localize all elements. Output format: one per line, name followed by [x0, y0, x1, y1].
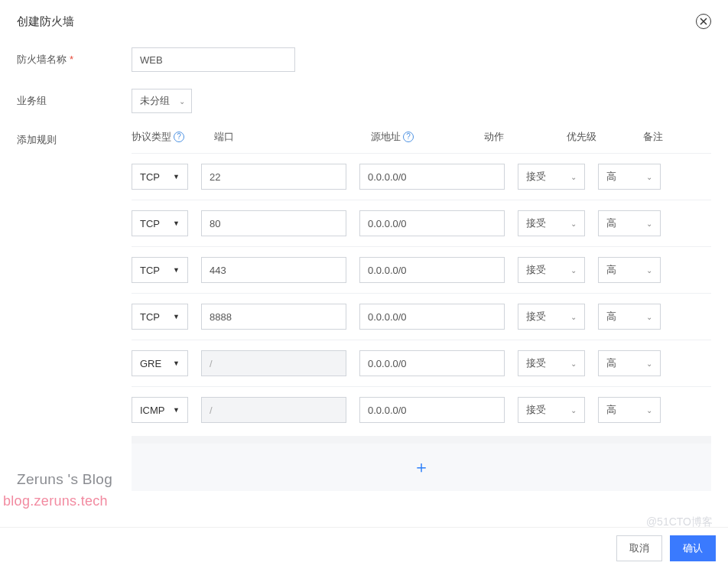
header-remark: 备注: [643, 130, 697, 144]
horizontal-scrollbar[interactable]: [132, 436, 711, 444]
source-input[interactable]: [359, 350, 505, 376]
action-select[interactable]: 接受⌄: [518, 164, 585, 190]
priority-select[interactable]: 高⌄: [598, 350, 661, 376]
priority-select[interactable]: 高⌄: [598, 257, 661, 283]
chevron-down-icon: ⌄: [570, 266, 577, 275]
protocol-select[interactable]: TCP▼: [132, 210, 188, 236]
header-source: 源地址 ?: [371, 130, 484, 144]
table-row: TCP▼接受⌄高⌄: [132, 293, 711, 340]
header-protocol: 协议类型 ?: [132, 130, 214, 144]
business-group-select[interactable]: 未分组 ⌄: [132, 89, 192, 113]
source-input[interactable]: [359, 164, 505, 190]
action-select[interactable]: 接受⌄: [518, 304, 585, 330]
header-priority: 优先级: [567, 130, 643, 144]
caret-down-icon: ▼: [173, 359, 180, 367]
source-input[interactable]: [359, 257, 505, 283]
add-rule-button[interactable]: ＋: [132, 444, 711, 491]
chevron-down-icon: ⌄: [646, 173, 652, 181]
table-row: ICMP▼接受⌄高⌄: [132, 386, 711, 433]
firewall-name-input[interactable]: [132, 47, 295, 72]
chevron-down-icon: ⌄: [570, 313, 577, 321]
confirm-button[interactable]: 确认: [670, 535, 716, 561]
protocol-select[interactable]: TCP▼: [132, 164, 188, 190]
cancel-button[interactable]: 取消: [616, 535, 662, 561]
priority-select[interactable]: 高⌄: [598, 304, 661, 330]
port-input[interactable]: [201, 257, 346, 283]
caret-down-icon: ▼: [173, 219, 180, 227]
help-icon[interactable]: ?: [403, 132, 414, 142]
caret-down-icon: ▼: [173, 266, 180, 274]
chevron-down-icon: ⌄: [570, 219, 577, 228]
protocol-select[interactable]: GRE▼: [132, 350, 188, 376]
modal-title: 创建防火墙: [17, 15, 74, 29]
port-input: [201, 350, 346, 376]
chevron-down-icon: ⌄: [646, 219, 652, 228]
watermark-text: blog.zeruns.tech: [3, 493, 108, 509]
protocol-select[interactable]: TCP▼: [132, 304, 188, 330]
chevron-down-icon: ⌄: [570, 359, 577, 368]
priority-select[interactable]: 高⌄: [598, 164, 661, 190]
source-input[interactable]: [359, 304, 505, 330]
priority-select[interactable]: 高⌄: [598, 397, 661, 423]
source-input[interactable]: [359, 210, 505, 236]
chevron-down-icon: ⌄: [646, 359, 652, 368]
port-input[interactable]: [201, 164, 346, 190]
help-icon[interactable]: ?: [174, 132, 184, 142]
chevron-down-icon: ⌄: [646, 406, 652, 415]
priority-select[interactable]: 高⌄: [598, 210, 661, 236]
chevron-down-icon: ⌄: [570, 406, 577, 415]
business-group-label: 业务组: [17, 94, 132, 108]
close-button[interactable]: [696, 14, 711, 29]
action-select[interactable]: 接受⌄: [518, 397, 585, 423]
port-input[interactable]: [201, 210, 346, 236]
close-icon: [700, 18, 707, 25]
chevron-down-icon: ⌄: [179, 97, 185, 106]
chevron-down-icon: ⌄: [646, 313, 652, 321]
caret-down-icon: ▼: [173, 173, 180, 180]
header-port: 端口: [214, 130, 371, 144]
add-rules-label: 添加规则: [17, 130, 132, 491]
action-select[interactable]: 接受⌄: [518, 350, 585, 376]
port-input: [201, 397, 346, 423]
rules-table: 协议类型 ? 端口 源地址 ? 动作 优先级 备注 TCP▼接受⌄高⌄TCP▼接…: [132, 130, 711, 491]
chevron-down-icon: ⌄: [646, 266, 652, 275]
protocol-select[interactable]: ICMP▼: [132, 397, 188, 423]
action-select[interactable]: 接受⌄: [518, 257, 585, 283]
table-row: GRE▼接受⌄高⌄: [132, 340, 711, 386]
caret-down-icon: ▼: [173, 406, 180, 414]
action-select[interactable]: 接受⌄: [518, 210, 585, 236]
table-row: TCP▼接受⌄高⌄: [132, 246, 711, 293]
header-action: 动作: [484, 130, 567, 144]
source-input[interactable]: [359, 397, 505, 423]
chevron-down-icon: ⌄: [570, 173, 577, 181]
port-input[interactable]: [201, 304, 346, 330]
table-row: TCP▼接受⌄高⌄: [132, 200, 711, 246]
caret-down-icon: ▼: [173, 313, 180, 320]
firewall-name-label: 防火墙名称*: [17, 53, 132, 67]
protocol-select[interactable]: TCP▼: [132, 257, 188, 283]
table-row: TCP▼接受⌄高⌄: [132, 153, 711, 200]
